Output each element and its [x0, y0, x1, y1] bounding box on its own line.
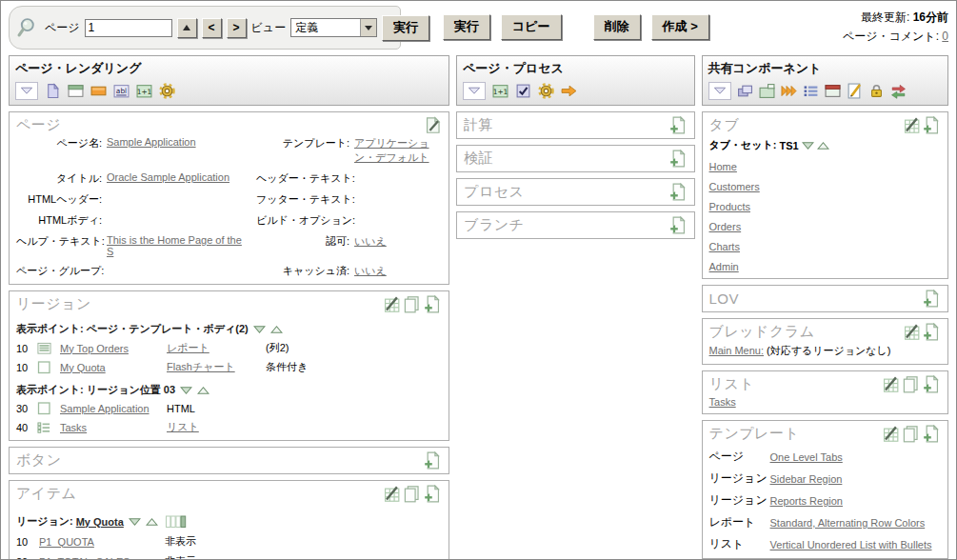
template-link[interactable]: Sidebar Region	[770, 473, 941, 485]
copy-icon[interactable]	[902, 425, 920, 443]
item-abl-icon[interactable]	[113, 83, 130, 99]
template-link[interactable]: Vertical Unordered List with Bullets	[770, 539, 941, 550]
go-button[interactable]: 実行	[382, 15, 429, 41]
list-link[interactable]: Tasks	[709, 396, 736, 408]
pencil-edit-icon[interactable]	[847, 83, 863, 99]
region-name-link[interactable]: My Quota	[60, 362, 167, 373]
region-type-link[interactable]: Flashチャート	[167, 361, 235, 372]
template-link[interactable]: Reports Region	[770, 495, 941, 507]
tab-link[interactable]: Home	[709, 161, 941, 172]
sort-up-icon[interactable]	[270, 325, 283, 334]
page-name-link[interactable]: Sample Application	[107, 136, 251, 165]
region-icon[interactable]	[68, 83, 84, 99]
delete-button[interactable]: 削除	[593, 14, 641, 40]
button-icon[interactable]	[90, 83, 107, 99]
template-link[interactable]: One Level Tabs	[770, 451, 941, 463]
section-branch: ブランチ	[456, 211, 694, 239]
prev-page-button[interactable]: <	[202, 18, 222, 38]
edit-grid-icon[interactable]	[382, 485, 400, 503]
lock-icon[interactable]	[868, 83, 885, 99]
sort-down-icon[interactable]	[180, 386, 192, 395]
next-page-button[interactable]: >	[227, 18, 247, 38]
sort-down-icon[interactable]	[253, 325, 266, 334]
process-gear-icon[interactable]	[159, 83, 175, 99]
apex-page-definition: ページ < > ビュー 定義 実行 実行 コピー 削除 作成 > 最終更新: 1…	[0, 0, 957, 560]
fast-forward-icon[interactable]	[781, 83, 797, 99]
dropdown-triangle-icon[interactable]	[708, 82, 731, 100]
add-icon[interactable]	[923, 425, 941, 443]
page-number-input[interactable]	[85, 19, 172, 37]
list-icon[interactable]	[803, 83, 819, 99]
rendering-header: ページ・レンダリング	[9, 55, 449, 106]
validation-check-icon[interactable]	[515, 83, 531, 99]
column-grid-icon[interactable]	[165, 515, 187, 529]
add-icon[interactable]	[424, 485, 442, 503]
tab-link[interactable]: Customers	[709, 181, 941, 192]
add-icon[interactable]	[669, 183, 688, 201]
region-type-link[interactable]: リスト	[167, 421, 199, 432]
region-name-link[interactable]: My Top Orders	[60, 343, 167, 354]
edit-grid-icon[interactable]	[902, 116, 920, 134]
item-region-link[interactable]: My Quota	[76, 516, 124, 528]
tabs-icon[interactable]	[737, 83, 753, 99]
tab-link[interactable]: Admin	[709, 261, 941, 272]
field-label: テンプレート:	[256, 136, 349, 165]
add-icon[interactable]	[669, 116, 688, 134]
view-select[interactable]: 定義	[290, 18, 377, 37]
dropdown-triangle-icon[interactable]	[463, 82, 486, 100]
page-edit-icon[interactable]	[424, 116, 442, 134]
tab-link[interactable]: Orders	[709, 221, 941, 232]
sort-down-icon[interactable]	[802, 141, 814, 150]
item-name-link[interactable]: P1_TOTAL_SALES	[39, 556, 165, 560]
run-button[interactable]: 実行	[443, 14, 490, 40]
tab-link[interactable]: Charts	[709, 241, 941, 252]
authorization-link[interactable]: いいえ	[354, 234, 442, 257]
help-text-link[interactable]: This is the Home Page of the S	[107, 234, 251, 257]
sort-up-icon[interactable]	[817, 141, 829, 150]
add-icon[interactable]	[424, 295, 442, 313]
cached-link[interactable]: いいえ	[354, 264, 442, 278]
edit-grid-icon[interactable]	[881, 425, 899, 443]
add-icon[interactable]	[923, 323, 941, 341]
add-icon[interactable]	[923, 116, 941, 134]
edit-grid-icon[interactable]	[902, 323, 920, 341]
tab-box-icon[interactable]	[759, 83, 775, 99]
template-link[interactable]: Standard, Alternating Row Colors	[770, 517, 941, 529]
create-button[interactable]: 作成 >	[651, 14, 709, 40]
add-icon[interactable]	[923, 290, 941, 308]
sort-down-icon[interactable]	[129, 517, 141, 527]
item-name-link[interactable]: P1_QUOTA	[39, 536, 165, 548]
region-name-link[interactable]: Sample Application	[60, 403, 167, 414]
add-icon[interactable]	[923, 375, 941, 393]
add-icon[interactable]	[424, 451, 442, 470]
computation-icon[interactable]	[136, 83, 152, 99]
edit-grid-icon[interactable]	[881, 375, 899, 393]
add-icon[interactable]	[669, 150, 688, 168]
exchange-icon[interactable]	[890, 83, 907, 99]
computation-icon[interactable]	[492, 83, 508, 99]
page-comments-link[interactable]: 0	[942, 30, 948, 43]
window-icon[interactable]	[825, 83, 841, 99]
template-link[interactable]: アプリケーション・デフォルト	[354, 136, 442, 165]
page-icon[interactable]	[45, 83, 61, 99]
page-spinner-up-button[interactable]	[177, 18, 197, 38]
dropdown-triangle-icon[interactable]	[15, 82, 38, 100]
region-type-link[interactable]: レポート	[167, 342, 209, 353]
section-items: アイテム リージョン: My Quota 10 P1_QUO	[9, 480, 449, 560]
process-gear-icon[interactable]	[538, 83, 554, 99]
title-link[interactable]: Oracle Sample Application	[107, 171, 251, 186]
branch-arrow-icon[interactable]	[561, 83, 577, 99]
copy-icon[interactable]	[403, 295, 421, 313]
breadcrumb-link[interactable]: Main Menu:	[709, 345, 764, 356]
section-page: ページ ページ名: Sample Application テンプレート: アプリ…	[9, 111, 449, 285]
copy-icon[interactable]	[902, 375, 920, 393]
copy-icon[interactable]	[403, 485, 421, 503]
copy-button[interactable]: コピー	[501, 14, 562, 40]
region-name-link[interactable]: Tasks	[60, 422, 167, 433]
tab-link[interactable]: Products	[709, 201, 941, 212]
edit-grid-icon[interactable]	[382, 295, 400, 313]
add-icon[interactable]	[669, 216, 688, 234]
sort-up-icon[interactable]	[146, 517, 158, 527]
select-drop-button[interactable]	[360, 19, 376, 36]
sort-up-icon[interactable]	[197, 386, 209, 395]
